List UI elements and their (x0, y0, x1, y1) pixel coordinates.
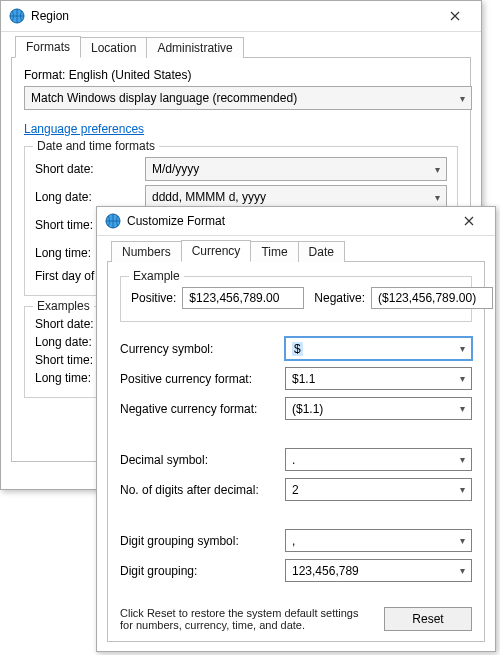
negative-example: ($123,456,789.00) (371, 287, 493, 309)
example-group: Example Positive: $123,456,789.00 Negati… (120, 276, 472, 322)
chevron-down-icon: ▾ (460, 535, 465, 546)
long-date-value: dddd, MMMM d, yyyy (152, 190, 266, 204)
customize-title: Customize Format (127, 214, 449, 228)
chevron-down-icon: ▾ (460, 484, 465, 495)
globe-icon (105, 213, 121, 229)
neg-fmt-combo[interactable]: ($1.1) ▾ (285, 397, 472, 420)
pos-fmt-value: $1.1 (292, 372, 315, 386)
dec-sym-value: . (292, 453, 295, 467)
region-tabstrip: Formats Location Administrative (11, 35, 471, 58)
neg-fmt-label: Negative currency format: (120, 402, 285, 416)
group-sym-value: , (292, 534, 295, 548)
negative-label: Negative: (314, 291, 365, 305)
tab-date[interactable]: Date (298, 241, 345, 262)
grouping-value: 123,456,789 (292, 564, 359, 578)
tab-time[interactable]: Time (250, 241, 298, 262)
examples-legend: Examples (33, 299, 94, 313)
grouping-label: Digit grouping: (120, 564, 285, 578)
pos-fmt-label: Positive currency format: (120, 372, 285, 386)
reset-description: Click Reset to restore the system defaul… (120, 607, 370, 631)
group-sym-label: Digit grouping symbol: (120, 534, 285, 548)
short-date-value: M/d/yyyy (152, 162, 199, 176)
currency-page: Example Positive: $123,456,789.00 Negati… (107, 262, 485, 642)
chevron-down-icon: ▾ (435, 192, 440, 203)
globe-icon (9, 8, 25, 24)
customize-tabstrip: Numbers Currency Time Date (107, 239, 485, 262)
example-legend: Example (129, 269, 184, 283)
positive-label: Positive: (131, 291, 176, 305)
chevron-down-icon: ▾ (460, 93, 465, 104)
positive-example: $123,456,789.00 (182, 287, 304, 309)
reset-button[interactable]: Reset (384, 607, 472, 631)
language-preferences-link[interactable]: Language preferences (24, 122, 144, 136)
tab-location[interactable]: Location (80, 37, 147, 58)
tab-currency[interactable]: Currency (181, 240, 252, 262)
chevron-down-icon: ▾ (460, 454, 465, 465)
currency-symbol-value: $ (292, 342, 303, 356)
customize-format-window: Customize Format Numbers Currency Time D… (96, 206, 496, 652)
short-date-label: Short date: (35, 162, 145, 176)
close-icon (450, 11, 460, 21)
chevron-down-icon: ▾ (460, 565, 465, 576)
neg-fmt-value: ($1.1) (292, 402, 323, 416)
currency-symbol-combo[interactable]: $ ▾ (285, 337, 472, 360)
region-titlebar: Region (1, 1, 481, 32)
dec-digits-value: 2 (292, 483, 299, 497)
dec-sym-combo[interactable]: . ▾ (285, 448, 472, 471)
tab-administrative[interactable]: Administrative (146, 37, 243, 58)
format-select-value: Match Windows display language (recommen… (31, 91, 297, 105)
customize-titlebar: Customize Format (97, 207, 495, 236)
chevron-down-icon: ▾ (460, 373, 465, 384)
group-sym-combo[interactable]: , ▾ (285, 529, 472, 552)
format-label: Format: English (United States) (24, 68, 458, 82)
tab-numbers[interactable]: Numbers (111, 241, 182, 262)
dec-digits-combo[interactable]: 2 ▾ (285, 478, 472, 501)
close-icon (464, 216, 474, 226)
format-select[interactable]: Match Windows display language (recommen… (24, 86, 472, 110)
chevron-down-icon: ▾ (435, 164, 440, 175)
currency-symbol-label: Currency symbol: (120, 342, 285, 356)
long-date-label: Long date: (35, 190, 145, 204)
region-title: Region (31, 9, 435, 23)
chevron-down-icon: ▾ (460, 403, 465, 414)
dec-sym-label: Decimal symbol: (120, 453, 285, 467)
grouping-combo[interactable]: 123,456,789 ▾ (285, 559, 472, 582)
tab-formats[interactable]: Formats (15, 36, 81, 58)
date-time-formats-legend: Date and time formats (33, 139, 159, 153)
chevron-down-icon: ▾ (460, 343, 465, 354)
region-close-button[interactable] (435, 2, 475, 30)
dec-digits-label: No. of digits after decimal: (120, 483, 285, 497)
customize-close-button[interactable] (449, 207, 489, 235)
short-date-select[interactable]: M/d/yyyy ▾ (145, 157, 447, 181)
pos-fmt-combo[interactable]: $1.1 ▾ (285, 367, 472, 390)
